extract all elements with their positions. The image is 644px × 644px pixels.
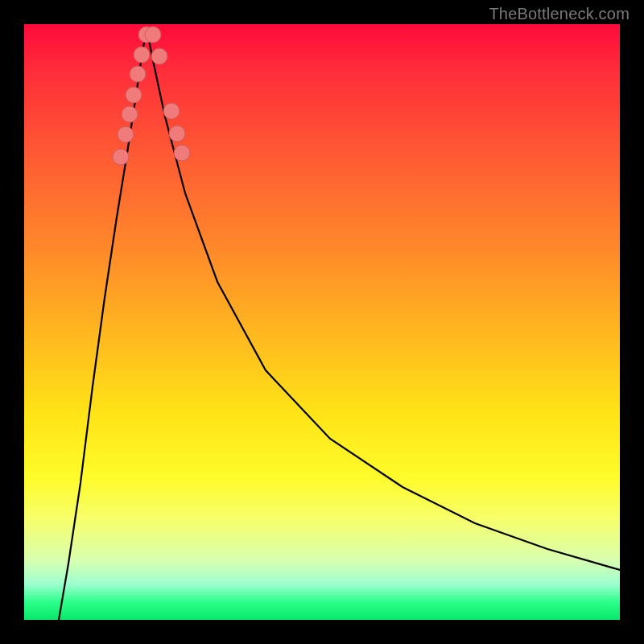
curve-svg bbox=[24, 24, 620, 620]
marker-dot bbox=[134, 47, 150, 63]
plot-area bbox=[24, 24, 620, 620]
marker-dot bbox=[145, 27, 161, 43]
marker-dot bbox=[151, 48, 167, 64]
marker-dot bbox=[118, 126, 134, 142]
curve-right-branch bbox=[147, 28, 620, 570]
marker-dot bbox=[163, 103, 180, 119]
watermark-text: TheBottleneck.com bbox=[489, 5, 630, 23]
marker-dot bbox=[113, 149, 129, 165]
marker-dot bbox=[169, 126, 185, 142]
marker-dot bbox=[126, 87, 142, 103]
marker-dot bbox=[130, 66, 146, 82]
marker-dot bbox=[122, 106, 138, 122]
chart-frame: TheBottleneck.com bbox=[0, 0, 644, 644]
marker-dot bbox=[174, 145, 190, 161]
highlighted-markers bbox=[113, 27, 190, 165]
